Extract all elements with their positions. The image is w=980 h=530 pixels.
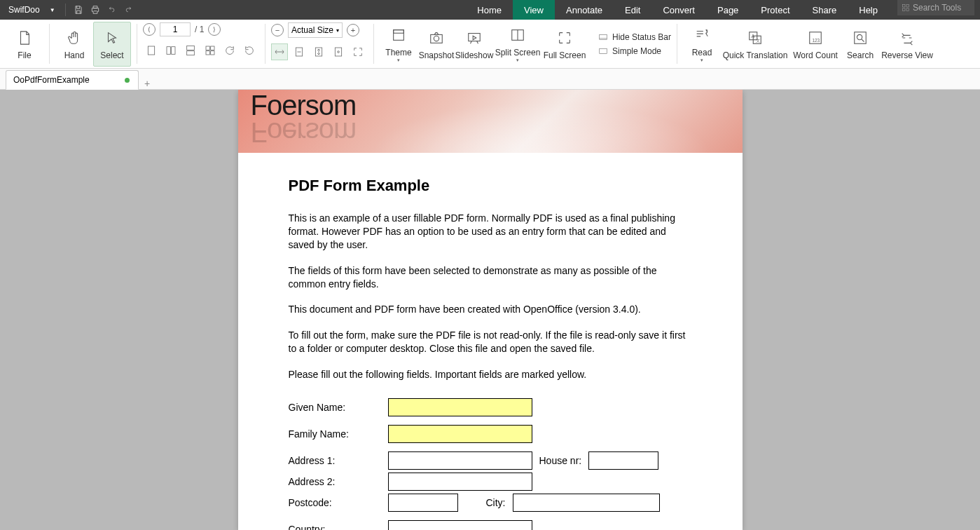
layout-two-icon[interactable] (163, 42, 179, 59)
last-page-icon[interactable]: ⟩ (208, 23, 221, 36)
input-address2[interactable] (388, 473, 532, 491)
page-number-input[interactable] (160, 22, 191, 36)
svg-rect-18 (394, 29, 404, 33)
doc-paragraph-2: The fields of this form have been select… (289, 264, 692, 291)
hand-button[interactable]: Hand (55, 22, 93, 67)
print-icon[interactable] (87, 1, 104, 18)
menu-convert[interactable]: Convert (651, 0, 706, 20)
svg-rect-2 (903, 8, 906, 11)
quick-translation-button[interactable]: A文 Quick Translation (721, 22, 789, 67)
menu-edit[interactable]: Edit (614, 0, 651, 20)
pdf-page: Foersom Foersom PDF Form Example This is… (238, 90, 743, 530)
fit-width-icon[interactable] (271, 43, 288, 60)
input-address1[interactable] (388, 451, 532, 470)
doc-paragraph-1: This is an example of a user fillable PD… (289, 212, 692, 252)
app-logo: SwifDoo ▼ (0, 4, 61, 15)
file-button[interactable]: File (6, 22, 43, 67)
zoom-out-icon[interactable]: − (271, 24, 284, 36)
doc-paragraph-5: Please fill out the following fields. Im… (289, 368, 692, 381)
select-button[interactable]: Select (93, 22, 131, 67)
svg-text:123: 123 (812, 37, 820, 42)
title-bar: SwifDoo ▼ Home View Annotate Edit Conver… (0, 0, 980, 20)
menu-share[interactable]: Share (801, 0, 848, 20)
svg-rect-9 (206, 46, 209, 50)
tab-modified-indicator (125, 78, 130, 83)
label-country: Country: (289, 524, 388, 530)
app-dropdown-icon[interactable]: ▼ (50, 7, 55, 13)
label-address2: Address 2: (289, 476, 388, 487)
rotate-ccw-icon[interactable] (241, 42, 258, 59)
layout-continuous-icon[interactable] (182, 42, 199, 59)
menu-home[interactable]: Home (466, 0, 513, 20)
slideshow-button[interactable]: Slideshow (455, 22, 493, 67)
reverse-view-button[interactable]: Reverse View (879, 22, 935, 67)
menu-page[interactable]: Page (706, 0, 750, 20)
svg-rect-7 (187, 46, 195, 50)
word-count-button[interactable]: 123 Word Count (789, 22, 841, 67)
search-tools[interactable]: Search Tools (897, 0, 974, 15)
label-postcode: Postcode: (289, 497, 388, 508)
undo-icon[interactable] (104, 1, 120, 18)
read-button[interactable]: Read ▾ (683, 22, 721, 67)
label-address1: Address 1: (289, 455, 388, 466)
label-given-name: Given Name: (289, 402, 388, 413)
input-city[interactable] (513, 494, 660, 512)
svg-rect-23 (600, 34, 607, 39)
search-button[interactable]: Search (841, 22, 879, 67)
workspace[interactable]: Foersom Foersom PDF Form Example This is… (0, 90, 980, 530)
page-navigation: ⟨ / 1 ⟩ (143, 22, 221, 36)
menu-help[interactable]: Help (848, 0, 889, 20)
document-tab[interactable]: OoPdfFormExample (6, 70, 139, 90)
brand-logo-reflection: Foersom (251, 116, 357, 148)
doc-paragraph-3: This document and PDF form have been cre… (289, 303, 692, 316)
simple-mode[interactable]: Simple Mode (598, 46, 671, 56)
redo-icon[interactable] (120, 1, 137, 18)
svg-rect-8 (187, 51, 195, 55)
svg-rect-1 (906, 5, 909, 8)
label-house-nr: House nr: (539, 455, 582, 466)
fit-page-icon[interactable] (291, 43, 308, 60)
ribbon: File Hand Select ⟨ / 1 ⟩ (0, 20, 980, 69)
search-placeholder: Search Tools (913, 3, 961, 13)
fit-selection-icon[interactable] (350, 43, 366, 60)
menu-protect[interactable]: Protect (750, 0, 801, 20)
svg-rect-3 (906, 8, 909, 11)
full-screen-button[interactable]: Full Screen (542, 22, 587, 67)
pdf-form: Given Name: Family Name: Address 1: Hous… (289, 398, 692, 530)
menu-view[interactable]: View (513, 0, 555, 20)
hide-status-bar[interactable]: Hide Status Bar (598, 32, 671, 42)
svg-rect-6 (172, 47, 175, 55)
svg-rect-31 (855, 32, 867, 43)
rotate-cw-icon[interactable] (221, 42, 238, 59)
svg-rect-12 (211, 51, 214, 55)
zoom-level-select[interactable]: Actual Size▾ (288, 22, 343, 38)
menu-annotate[interactable]: Annotate (555, 0, 614, 20)
zoom-controls: − Actual Size▾ + (271, 22, 359, 38)
zoom-in-icon[interactable]: + (347, 24, 359, 36)
layout-single-icon[interactable] (143, 42, 160, 59)
label-city: City: (486, 497, 506, 508)
input-house-nr[interactable] (588, 451, 658, 470)
label-family-name: Family Name: (289, 428, 388, 440)
svg-rect-17 (394, 29, 404, 40)
grid-icon (902, 4, 910, 12)
svg-point-32 (857, 34, 862, 39)
split-screen-button[interactable]: Split Screen ▾ (493, 22, 542, 67)
input-family-name[interactable] (388, 425, 532, 443)
first-page-icon[interactable]: ⟨ (143, 23, 156, 36)
svg-rect-21 (469, 33, 481, 41)
input-postcode[interactable] (388, 494, 458, 512)
snapshot-button[interactable]: Snapshot (417, 22, 455, 67)
theme-button[interactable]: Theme ▾ (380, 22, 417, 67)
svg-rect-5 (167, 47, 170, 55)
svg-point-16 (338, 51, 340, 53)
layout-grid-icon[interactable] (202, 42, 219, 59)
fit-height-icon[interactable] (310, 43, 327, 60)
save-icon[interactable] (70, 1, 87, 18)
svg-rect-24 (600, 48, 607, 53)
svg-rect-15 (335, 48, 341, 56)
input-country[interactable] (388, 520, 532, 530)
input-given-name[interactable] (388, 398, 532, 416)
add-tab-button[interactable]: + (139, 78, 156, 89)
fit-visible-icon[interactable] (330, 43, 347, 60)
